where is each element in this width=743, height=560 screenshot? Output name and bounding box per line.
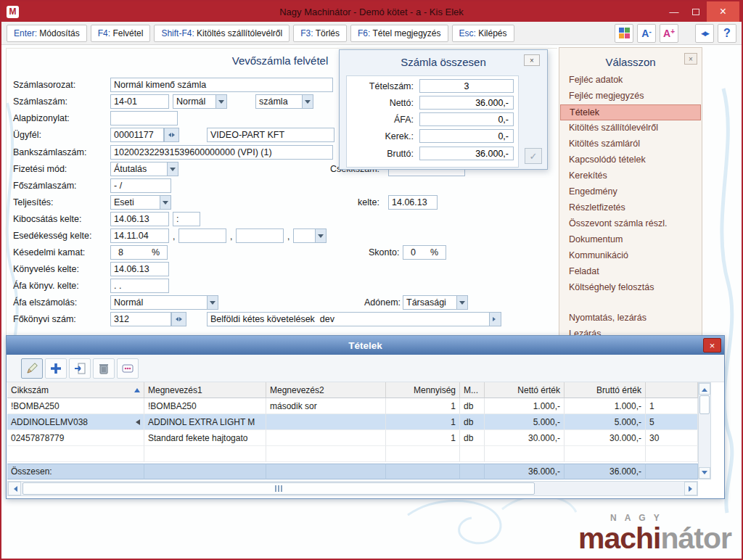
close-icon: × [530, 57, 534, 65]
ugyfel-code-input[interactable]: 00001177 [110, 128, 164, 142]
trash-icon [97, 362, 110, 375]
esedekesseg-field2-input[interactable] [178, 228, 226, 243]
sidebar-close-button[interactable]: × [684, 53, 697, 65]
insert-from-document-button[interactable] [69, 358, 91, 379]
help-button[interactable]: ? [718, 24, 736, 43]
maximize-button[interactable] [685, 1, 707, 22]
szamlasorozat-input[interactable]: Normál kimenő számla [110, 78, 333, 92]
summary-row: Tételszám: 3 [347, 79, 518, 94]
table-row[interactable]: !BOMBA250 !BOMBA250 második sor 1 db 1.0… [7, 398, 698, 414]
palette-button[interactable] [615, 24, 633, 43]
kesedelmi-kamat-input[interactable]: 8% [110, 245, 168, 260]
column-header-megnevezes1[interactable]: Megnevezés1 [144, 382, 266, 398]
vertical-scrollbar[interactable] [698, 382, 711, 479]
konyveles-kelte-input[interactable]: 14.06.13 [110, 262, 169, 276]
kelte-input[interactable]: 14.06.13 [388, 195, 438, 210]
sidebar-item-reszletfizetes[interactable]: Részletfizetés [560, 200, 701, 216]
ugyfel-name-input[interactable]: VIDEO-PART KFT [207, 128, 334, 142]
sidebar-item-kommunikacio[interactable]: Kommunikáció [560, 248, 701, 264]
scroll-track[interactable] [21, 482, 684, 495]
alapbizonylat-input[interactable] [110, 111, 178, 125]
table-row-selected[interactable]: ADDINOLELMV038 ADDINOL EXTRA LIGHT M 1 d… [7, 414, 698, 430]
edit-item-button[interactable] [21, 358, 43, 379]
sidebar-item-fejlec-adatok[interactable]: Fejléc adatok [560, 73, 701, 88]
vertical-scroll-thumb[interactable] [699, 395, 710, 414]
kibocsatas-time-input[interactable]: : [173, 212, 200, 226]
delete-button[interactable]: F3: Törlés [293, 25, 347, 42]
lookup-arrow-icon[interactable] [489, 313, 501, 326]
esedekesseg-dropdown[interactable] [293, 228, 327, 243]
fokonyvi-name-input[interactable]: Belföldi kétes követelések dev [207, 312, 501, 326]
minimize-button[interactable]: — [663, 1, 685, 22]
fokonyvi-lookup-spinner[interactable] [171, 312, 186, 326]
esedekesseg-kelte-input[interactable]: 14.11.04 [110, 228, 169, 243]
column-header-netto[interactable]: Nettó érték [485, 382, 565, 398]
field-label: Fizetési mód: [13, 164, 67, 174]
bankszamlaszam-input[interactable]: 102002322931539600000000 (VPI) (1) [110, 145, 333, 160]
table-cell [266, 446, 386, 462]
modify-button[interactable]: Enter: Módosítás [7, 25, 87, 42]
esedekesseg-field3-input[interactable] [236, 228, 284, 243]
scroll-track[interactable] [699, 415, 710, 467]
szamlaszam-type-dropdown[interactable]: Normál [173, 94, 227, 109]
sidebar-item-engedmeny[interactable]: Engedmény [560, 184, 701, 200]
skonto-input[interactable]: 0% [403, 245, 446, 260]
column-header-mennyiseg[interactable]: Mennyiség [386, 382, 460, 398]
sidebar-item-kapcsolodo-tetelek[interactable]: Kapcsolódó tételek [560, 152, 701, 168]
column-header-me[interactable]: M... [460, 382, 485, 398]
szamlaszam-kind-dropdown[interactable]: számla [255, 94, 313, 109]
scroll-right-button[interactable] [684, 482, 697, 495]
column-header-cikkszam[interactable]: Cikkszám [7, 382, 144, 398]
brand-logo: NAGY machinátor [578, 513, 731, 554]
fokonyvi-szam-input[interactable]: 312 [110, 312, 171, 326]
horizontal-scrollbar[interactable] [7, 481, 698, 496]
summary-confirm-button[interactable]: ✓ [525, 148, 542, 164]
sidebar-item-feladat[interactable]: Feladat [560, 264, 701, 280]
kibocsatas-kelte-input[interactable]: 14.06.13 [110, 212, 169, 226]
sidebar-item-koltseghely-felosztas[interactable]: Költséghely felosztás [560, 280, 701, 296]
foszamlaszam-input[interactable]: - / [110, 178, 171, 193]
scroll-left-button[interactable] [8, 482, 21, 495]
horizontal-scroll-thumb[interactable] [22, 482, 535, 495]
add-item-button[interactable] [45, 358, 67, 379]
fizetesi-mod-dropdown[interactable]: Átutalás [110, 162, 178, 176]
sidebar-item-osszevont-szamla[interactable]: Összevont számla részl. [560, 216, 701, 232]
ugyfel-lookup-spinner[interactable] [164, 128, 179, 142]
column-header-megnevezes2[interactable]: Megnevezés2 [266, 382, 386, 398]
szamlaszam-input[interactable]: 14-01 [110, 94, 169, 109]
fill-from-delivery-note-button[interactable]: Shift-F4: Kitöltés szállítólevélről [154, 25, 290, 42]
table-row[interactable] [7, 446, 698, 462]
scroll-down-button[interactable] [699, 467, 710, 479]
sidebar-item-nyomtatas-lezaras[interactable]: Nyomtatás, lezárás [560, 310, 701, 326]
font-decrease-button[interactable]: A- [637, 24, 656, 43]
sidebar-item-kitoltes-szamlarol[interactable]: Kitöltés számláról [560, 136, 701, 152]
exit-button[interactable]: Esc: Kilépés [452, 25, 514, 42]
column-header-extra[interactable] [646, 382, 698, 398]
afa-konyv-kelte-input[interactable]: . . [110, 279, 169, 293]
column-header-brutto[interactable]: Bruttó érték [565, 382, 646, 398]
sidebar-item-dokumentum[interactable]: Dokumentum [560, 232, 701, 248]
table-cell: ADDINOLELMV038 [7, 414, 144, 430]
delete-item-button[interactable] [93, 358, 115, 379]
teljesites-dropdown[interactable]: Eseti [110, 195, 171, 210]
summary-close-button[interactable]: × [524, 54, 540, 66]
afa-elszamolas-dropdown[interactable]: Normál [110, 295, 218, 310]
table-row[interactable]: 02457878779 Standard fekete hajtogato 1 … [7, 430, 698, 446]
item-note-button[interactable]: F6: Tétel megjegyzés [350, 25, 448, 42]
transfer-button[interactable]: ◀▶ [695, 24, 714, 43]
font-increase-button[interactable]: A+ [660, 24, 678, 43]
items-close-button[interactable]: × [703, 338, 721, 353]
items-toolbar [7, 355, 724, 382]
field-label: Skonto: [369, 247, 399, 258]
sidebar-item-kerekites[interactable]: Kerekítés [560, 168, 701, 184]
close-button[interactable]: × [707, 1, 739, 22]
scroll-up-button[interactable] [699, 383, 710, 395]
sidebar-item-tetelek[interactable]: Tételek [560, 104, 701, 120]
item-options-button[interactable] [117, 358, 139, 379]
items-window-titlebar[interactable]: Tételek × [7, 336, 724, 355]
adonem-dropdown[interactable]: Társasági [403, 295, 468, 310]
add-button[interactable]: F4: Felvétel [91, 25, 151, 42]
form-row: Főszámlaszám: - / [1, 178, 559, 194]
sidebar-item-fejlec-megjegyzes[interactable]: Fejléc megjegyzés [560, 88, 701, 104]
sidebar-item-kitoltes-szallitolevelrol[interactable]: Kitöltés szállítólevélről [560, 120, 701, 136]
